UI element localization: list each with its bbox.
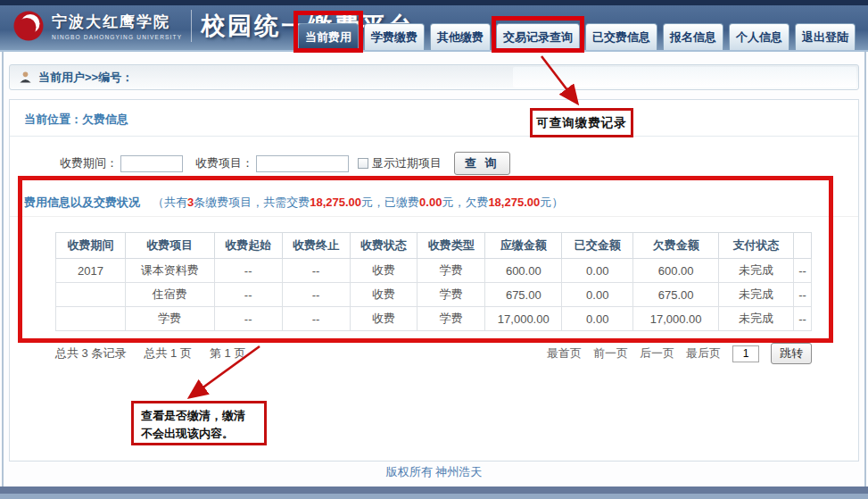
breadcrumb: 当前位置：欠费信息 xyxy=(10,100,858,137)
summary-text: 元，欠费 xyxy=(442,195,488,209)
header: 宁波大红鹰学院 NINGBO DAHONGYING UNIVERSITY 校园统… xyxy=(0,5,868,52)
callout-text: 可查询缴费记录 xyxy=(536,115,627,131)
annotation-query-records-callout: 可查询缴费记录 xyxy=(530,108,633,137)
table-cell: 2017 xyxy=(56,259,126,283)
table-cell: 收费 xyxy=(350,307,417,331)
tab-transaction-query[interactable]: 交易记录查询 xyxy=(496,23,580,50)
pagination-info: 第 1 页 xyxy=(210,346,245,360)
university-name-en: NINGBO DAHONGYING UNIVERSITY xyxy=(52,34,182,40)
table-cell: 600.00 xyxy=(633,259,719,283)
summary-paid: 0.00 xyxy=(419,195,442,209)
tab-current-fees[interactable]: 当前费用 xyxy=(298,23,359,50)
table-cell: 课本资料费 xyxy=(125,259,214,283)
summary-owed: 18,275.00 xyxy=(488,195,540,209)
table-cell: -- xyxy=(793,259,811,283)
show-expired-checkbox[interactable] xyxy=(358,158,368,169)
table-header-cell: 收费项目 xyxy=(125,233,214,259)
period-label: 收费期间： xyxy=(60,155,118,171)
table-header-cell xyxy=(793,233,811,259)
table-header-cell: 支付状态 xyxy=(719,233,794,259)
table-cell: 学费 xyxy=(417,307,485,331)
table-cell: -- xyxy=(214,307,282,331)
current-user-label: 当前用户>>编号： xyxy=(38,70,133,86)
pagination-prev[interactable]: 前一页 xyxy=(593,345,628,362)
table-header-cell: 收费起始 xyxy=(214,233,282,259)
table-cell: 未完成 xyxy=(719,259,794,283)
fee-table: 收费期间收费项目收费起始收费终止收费状态收费类型应缴金额已交金额欠费金额支付状态… xyxy=(55,232,812,331)
brand-text: 宁波大红鹰学院 NINGBO DAHONGYING UNIVERSITY xyxy=(52,12,182,40)
table-row: 学费----收费学费17,000.000.0017,000.00未完成-- xyxy=(56,307,812,331)
user-bar-highlight xyxy=(513,67,856,87)
table-cell: 住宿费 xyxy=(125,283,214,307)
tab-paid-info[interactable]: 已交费信息 xyxy=(585,23,657,50)
table-row: 2017课本资料费----收费学费600.000.00600.00未完成-- xyxy=(56,259,812,283)
jump-button[interactable]: 跳转 xyxy=(771,343,812,364)
tab-logout[interactable]: 退出登陆 xyxy=(795,23,856,50)
filter-row: 收费期间： 收费项目： 显示过期项目 查 询 xyxy=(60,152,858,175)
table-cell: -- xyxy=(214,259,282,283)
tab-registration-info[interactable]: 报名信息 xyxy=(663,23,723,50)
table-cell: 600.00 xyxy=(485,259,562,283)
pagination-info: 总共 3 条记录 xyxy=(55,346,126,360)
table-cell: -- xyxy=(282,283,350,307)
left-edge-line xyxy=(2,52,4,487)
table-header-cell: 收费期间 xyxy=(56,233,126,259)
table-cell: 17,000.00 xyxy=(633,307,719,331)
pagination-next[interactable]: 后一页 xyxy=(640,345,674,362)
footer-bar-light xyxy=(0,494,868,499)
table-cell: 675.00 xyxy=(633,283,719,307)
table-cell: 未完成 xyxy=(719,283,794,307)
tab-tuition-pay[interactable]: 学费缴费 xyxy=(364,23,425,50)
university-name: 宁波大红鹰学院 xyxy=(52,12,182,32)
table-header-cell: 已交金额 xyxy=(562,233,633,259)
period-input[interactable] xyxy=(120,155,183,172)
table-cell: 17,000.00 xyxy=(485,307,562,331)
summary-text: 元） xyxy=(540,195,563,209)
table-header-cell: 收费类型 xyxy=(417,233,485,259)
table-header-cell: 欠费金额 xyxy=(633,233,719,259)
table-header-cell: 收费终止 xyxy=(282,233,350,259)
pagination-last[interactable]: 最后页 xyxy=(686,345,721,362)
table-cell: -- xyxy=(282,307,350,331)
brand-divider xyxy=(191,10,192,42)
show-expired-label: 显示过期项目 xyxy=(372,155,442,171)
summary-text: 元，已缴费 xyxy=(361,195,419,209)
nav-tabs: 当前费用学费缴费其他缴费交易记录查询已交费信息报名信息个人信息退出登陆 xyxy=(298,23,856,50)
user-icon xyxy=(19,71,32,84)
table-row: 住宿费----收费学费675.000.00675.00未完成-- xyxy=(56,283,812,307)
table-cell: -- xyxy=(793,283,811,307)
table-header-cell: 收费状态 xyxy=(350,233,417,259)
table-cell: 收费 xyxy=(350,283,417,307)
tab-other-pay[interactable]: 其他缴费 xyxy=(430,23,491,50)
item-input[interactable] xyxy=(256,155,349,172)
table-cell: -- xyxy=(214,283,282,307)
pagination: 总共 3 条记录总共 1 页第 1 页 最首页前一页后一页最后页跳转 xyxy=(55,343,812,364)
user-bar: 当前用户>>编号： xyxy=(9,64,859,90)
table-header-row: 收费期间收费项目收费起始收费终止收费状态收费类型应缴金额已交金额欠费金额支付状态 xyxy=(56,233,812,259)
table-cell: 0.00 xyxy=(562,283,633,307)
fee-summary: 费用信息以及交费状况（共有3条缴费项目，共需交费18,275.00元，已缴费0.… xyxy=(10,188,858,217)
table-header-cell: 应缴金额 xyxy=(485,233,562,259)
table-cell: 收费 xyxy=(350,259,417,283)
page: 宁波大红鹰学院 NINGBO DAHONGYING UNIVERSITY 校园统… xyxy=(0,0,868,499)
table-cell: -- xyxy=(282,259,350,283)
table-cell: 学费 xyxy=(417,259,485,283)
item-label: 收费项目： xyxy=(195,155,253,171)
right-edge-line xyxy=(864,52,866,487)
table-cell: -- xyxy=(793,307,811,331)
pagination-info: 总共 1 页 xyxy=(144,346,191,360)
callout-text-line2: 不会出现该内容。 xyxy=(141,425,257,443)
table-cell: 学费 xyxy=(417,283,485,307)
page-number-input[interactable] xyxy=(732,345,759,362)
summary-total-due: 18,275.00 xyxy=(310,195,361,209)
copyright-text: 版权所有 神州浩天 xyxy=(0,464,868,480)
pagination-first[interactable]: 最首页 xyxy=(547,345,582,362)
search-button[interactable]: 查 询 xyxy=(454,152,510,175)
summary-text: （共有 xyxy=(153,195,187,209)
annotation-check-paid-callout: 查看是否缴清，缴清 不会出现该内容。 xyxy=(131,401,267,445)
callout-text-line1: 查看是否缴清，缴清 xyxy=(141,407,257,425)
table-cell: 675.00 xyxy=(485,283,562,307)
table-cell: 0.00 xyxy=(562,307,633,331)
table-cell: 0.00 xyxy=(562,259,633,283)
tab-personal-info[interactable]: 个人信息 xyxy=(729,23,789,50)
